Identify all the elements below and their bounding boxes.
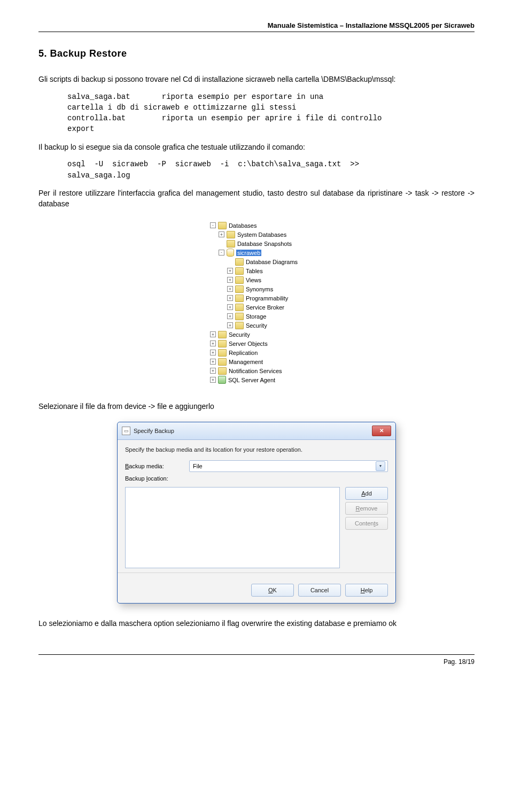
tree-node-label: Tables xyxy=(246,268,263,274)
intro-paragraph: Gli scripts di backup si possono trovare… xyxy=(38,74,475,85)
tree-node[interactable]: +Replication xyxy=(201,348,298,357)
tree-expander-icon[interactable]: + xyxy=(210,368,216,374)
tree-node[interactable]: +SQL Server Agent xyxy=(201,375,298,384)
backup-location-pre: Backup xyxy=(125,475,146,482)
folder-icon xyxy=(235,285,244,293)
tree-expander-icon[interactable]: + xyxy=(227,304,233,310)
backup-media-label-text: ackup media: xyxy=(129,463,164,469)
tree-node-label: Server Objects xyxy=(229,341,268,347)
folder-icon xyxy=(227,240,235,248)
folder-icon xyxy=(235,322,244,329)
tree-node-label: sicraweb xyxy=(236,250,261,256)
restore-paragraph: Per il restore utilizzare l'interfaccia … xyxy=(38,188,475,209)
tree-node[interactable]: ·Database Diagrams xyxy=(201,257,298,266)
tree-node-label: Security xyxy=(229,331,250,338)
tree-node-label: Database Snapshots xyxy=(237,241,292,247)
tree-node-label: Notification Services xyxy=(229,368,282,374)
dialog-title-text: Specify Backup xyxy=(134,428,174,434)
backup-paragraph: Il backup lo si esegue sia da console gr… xyxy=(38,142,475,153)
close-button[interactable]: ✕ xyxy=(372,426,391,436)
help-text: elp xyxy=(365,587,373,593)
tree-node[interactable]: +Security xyxy=(201,330,298,339)
tree-expander-icon[interactable]: + xyxy=(227,277,233,283)
folder-icon xyxy=(235,313,244,320)
tree-node[interactable]: +Views xyxy=(201,275,298,284)
tree-node[interactable]: +Security xyxy=(201,321,298,330)
contents-pre: Conten xyxy=(355,520,374,527)
tree-node-label: Programmability xyxy=(246,295,288,301)
folder-icon xyxy=(218,358,227,366)
tree-node[interactable]: -sicraweb xyxy=(201,248,298,257)
tree-node-label: Synonyms xyxy=(246,286,273,292)
script-line-4: export xyxy=(67,125,94,133)
tree-node[interactable]: +System Databases xyxy=(201,230,298,239)
script-line-2: cartella i db di sicraweb e ottimizzarne… xyxy=(67,103,296,112)
tree-node[interactable]: +Programmability xyxy=(201,293,298,303)
tree-node[interactable]: +Synonyms xyxy=(201,284,298,293)
page-header: Manuale Sistemistica – Installazione MSS… xyxy=(38,21,475,32)
contents-button[interactable]: Contents xyxy=(345,517,388,530)
folder-icon xyxy=(227,231,235,238)
select-file-paragraph: Selezionare il file da from device -> fi… xyxy=(38,401,475,412)
tree-expander-icon[interactable]: + xyxy=(219,231,224,237)
tree-node[interactable]: +Service Broker xyxy=(201,303,298,312)
tree-expander-icon[interactable]: + xyxy=(227,295,233,301)
database-icon xyxy=(227,249,234,257)
tree-node[interactable]: -Databases xyxy=(201,221,298,230)
tree-expander-icon[interactable]: + xyxy=(227,322,233,328)
remove-button[interactable]: Remove xyxy=(345,502,388,515)
script-name-2: controlla.bat xyxy=(67,113,153,123)
object-explorer-tree: -Databases+System Databases·Database Sna… xyxy=(199,219,314,386)
tree-node[interactable]: +Management xyxy=(201,357,298,366)
tree-node-label: Views xyxy=(246,277,261,283)
folder-icon xyxy=(235,258,244,266)
tree-node[interactable]: +Notification Services xyxy=(201,366,298,375)
folder-icon xyxy=(235,295,244,302)
close-icon: ✕ xyxy=(379,428,384,434)
server-agent-icon xyxy=(218,376,226,384)
ok-text: K xyxy=(273,587,277,593)
tree-expander-icon[interactable]: + xyxy=(227,313,233,319)
tree-expander-icon[interactable]: + xyxy=(210,331,216,337)
folder-icon xyxy=(235,267,244,275)
page-footer: Pag. 18/19 xyxy=(38,654,475,666)
ok-mnemonic: O xyxy=(268,587,273,593)
tree-expander-icon[interactable]: + xyxy=(210,341,216,346)
tree-expander-icon[interactable]: - xyxy=(219,250,224,256)
tree-node[interactable]: +Tables xyxy=(201,266,298,275)
tree-node[interactable]: +Server Objects xyxy=(201,339,298,348)
tree-expander-icon[interactable]: + xyxy=(210,350,216,355)
remove-text: emove xyxy=(360,505,377,512)
tree-node-label: Replication xyxy=(229,350,258,356)
specify-backup-dialog: ▭ Specify Backup ✕ Specify the backup me… xyxy=(117,422,396,604)
tree-expander-icon[interactable]: + xyxy=(227,268,233,274)
tree-expander-icon[interactable]: + xyxy=(210,359,216,365)
folder-icon xyxy=(218,222,227,229)
backup-location-label: Backup location: xyxy=(125,475,189,482)
tree-node[interactable]: +Storage xyxy=(201,312,298,321)
folder-icon xyxy=(235,304,244,311)
dialog-instruction: Specify the backup media and its locatio… xyxy=(125,446,388,453)
add-button[interactable]: Add xyxy=(345,487,388,500)
folder-icon xyxy=(218,340,227,347)
folder-icon xyxy=(218,331,227,338)
section-title-text: Backup Restore xyxy=(50,48,127,59)
cancel-button[interactable]: Cancel xyxy=(298,584,341,597)
tree-expander-icon[interactable]: - xyxy=(210,222,216,228)
dialog-title-icon: ▭ xyxy=(122,427,130,435)
tree-node-label: Service Broker xyxy=(246,304,284,311)
script-desc-1: riporta esempio per esportare in una xyxy=(162,92,323,101)
ok-button[interactable]: OK xyxy=(251,584,294,597)
tree-node[interactable]: ·Database Snapshots xyxy=(201,239,298,248)
dialog-titlebar: ▭ Specify Backup ✕ xyxy=(118,422,395,440)
tree-node-label: Databases xyxy=(229,222,257,229)
backup-location-listbox[interactable] xyxy=(125,487,340,568)
help-button[interactable]: Help xyxy=(345,584,388,597)
tree-expander-icon[interactable]: + xyxy=(227,286,233,292)
help-mnemonic: H xyxy=(361,587,365,593)
tree-expander-icon[interactable]: + xyxy=(210,377,216,383)
backup-media-combo[interactable]: File ▾ xyxy=(189,460,388,472)
section-number: 5. xyxy=(38,48,47,59)
folder-icon xyxy=(235,276,244,284)
tree-node-label: Storage xyxy=(246,313,267,320)
